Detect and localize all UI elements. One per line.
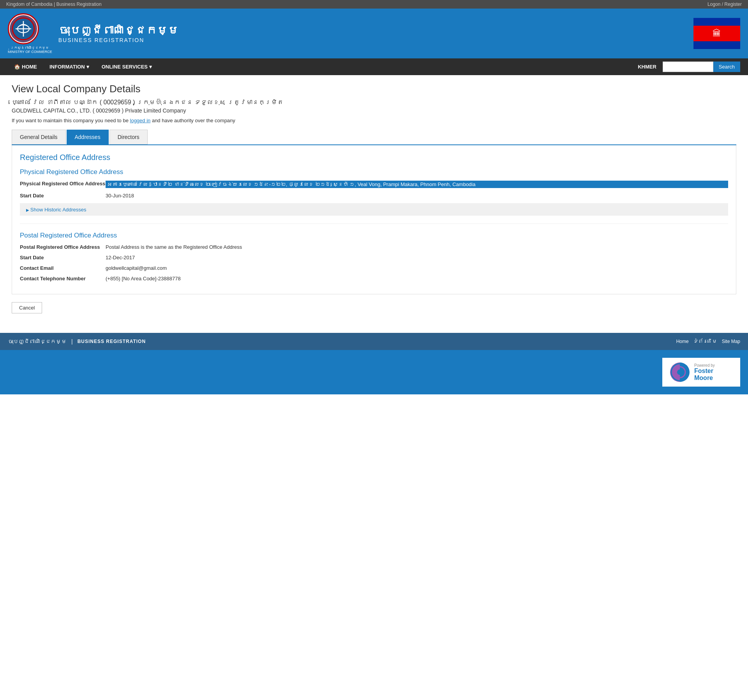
header-title: ចុះបញ្ជីពាណិជ្ជកម្ម BUSINESS REGISTRATIO… — [58, 24, 179, 43]
cambodia-flag: 🏛 — [693, 18, 740, 49]
nav-online-services[interactable]: ONLINE SERVICES ▾ — [95, 58, 158, 75]
eng-title: BUSINESS REGISTRATION — [58, 37, 179, 43]
logo-area: ក្រសួងពាណិជ្ជកម្ម MINISTRY OF COMMERCE — [8, 13, 52, 54]
search-input[interactable] — [663, 62, 713, 72]
logo-circle — [8, 13, 39, 44]
header-left: ក្រសួងពាណិជ្ជកម្ម MINISTRY OF COMMERCE ច… — [8, 13, 179, 54]
postal-address-label: Postal Registered Office Address — [20, 244, 106, 250]
search-button[interactable]: Search — [713, 62, 740, 72]
foster-moore-name: FosterMoore — [694, 368, 715, 382]
contact-phone-row: Contact Telephone Number (+855) [No Area… — [20, 276, 728, 281]
flag-center: 🏛 — [713, 28, 721, 39]
start-date-value: 30-Jun-2018 — [106, 193, 728, 199]
chevron-down-icon-2: ▾ — [149, 64, 152, 70]
tab-general-details[interactable]: General Details — [12, 130, 66, 144]
nav-home[interactable]: 🏠 HOME — [8, 58, 43, 75]
page-title: View Local Company Details — [12, 83, 736, 95]
postal-start-date-value: 12-Dec-2017 — [106, 255, 728, 260]
logged-in-link[interactable]: logged in — [130, 118, 151, 123]
foster-moore-logo — [670, 362, 690, 382]
login-link[interactable]: Logon / Register — [707, 2, 742, 7]
foster-moore-text: Powered by FosterMoore — [694, 363, 715, 382]
header: ក្រសួងពាណិជ្ជកម្ម MINISTRY OF COMMERCE ច… — [0, 9, 748, 58]
foster-moore-box: Powered by FosterMoore — [662, 358, 740, 387]
chevron-down-icon: ▾ — [86, 64, 89, 70]
company-khmer: ហ្គោល​ វែល​ ខាពីតាល បណ្ដាក ( 00029659 ) … — [12, 99, 736, 106]
postal-start-date-label: Start Date — [20, 255, 106, 260]
postal-start-date-row: Start Date 12-Dec-2017 — [20, 255, 728, 260]
footer-sitemap-link[interactable]: Site Map — [722, 339, 740, 344]
nav-information[interactable]: INFORMATION ▾ — [43, 58, 95, 75]
ministry-text: ក្រសួងពាណិជ្ជកម្ម MINISTRY OF COMMERCE — [8, 46, 52, 54]
foster-moore-section: Powered by FosterMoore — [0, 350, 748, 394]
historic-toggle[interactable]: Show Historic Addresses — [20, 203, 728, 216]
tab-directors[interactable]: Directors — [109, 130, 148, 144]
tab-addresses[interactable]: Addresses — [67, 130, 109, 144]
logo-inner — [10, 15, 37, 42]
footer-left: ចុះបញ្ជីពាណិជ្ជកម្ម | BUSINESS REGISTRAT… — [8, 338, 146, 345]
start-date-row: Start Date 30-Jun-2018 — [20, 193, 728, 199]
footer-khmer: ចុះបញ្ជីពាណិជ្ជកម្ម — [8, 338, 67, 345]
postal-section-title: Postal Registered Office Address — [20, 232, 728, 239]
contact-email-row: Contact Email goldwellcapital@gmail.com — [20, 265, 728, 271]
addresses-panel: Registered Office Address Physical Regis… — [12, 145, 736, 294]
khmer-title: ចុះបញ្ជីពាណិជ្ជកម្ម — [58, 24, 179, 37]
postal-address-row: Postal Registered Office Address Postal … — [20, 244, 728, 250]
footer-main: ចុះបញ្ជីពាណិជ្ជកម្ម | BUSINESS REGISTRAT… — [0, 333, 748, 350]
contact-email-label: Contact Email — [20, 265, 106, 271]
registered-office-title: Registered Office Address — [20, 153, 728, 162]
svg-point-4 — [677, 369, 683, 375]
physical-section-title: Physical Registered Office Address — [20, 168, 728, 176]
physical-address-value: អគារហ្គោលវែលដ្ឋានទី២ ជាន់ទី៣លេខ ២ កៀវចង់… — [106, 181, 728, 188]
postal-address-value: Postal Address is the same as the Regist… — [106, 244, 728, 250]
footer-khmer-link[interactable]: ទំព័រដើម — [693, 339, 717, 344]
footer-links: Home ទំព័រដើម Site Map — [676, 339, 740, 344]
tabs: General Details Addresses Directors — [12, 130, 736, 145]
top-bar: Kingdom of Cambodia | Business Registrat… — [0, 0, 748, 9]
main-content: View Local Company Details ហ្គោល​ វែល​ ខ… — [0, 75, 748, 321]
start-date-label: Start Date — [20, 193, 106, 199]
powered-by-label: Powered by — [694, 363, 715, 368]
section-divider — [20, 223, 728, 224]
top-bar-title: Kingdom of Cambodia | Business Registrat… — [6, 2, 102, 7]
footer-divider: | — [71, 338, 73, 345]
home-icon: 🏠 — [14, 64, 20, 70]
physical-address-label: Physical Registered Office Address — [20, 181, 106, 186]
contact-email-value: goldwellcapital@gmail.com — [106, 265, 728, 271]
contact-phone-value: (+855) [No Area Code]-23888778 — [106, 276, 728, 281]
navigation: 🏠 HOME INFORMATION ▾ ONLINE SERVICES ▾ K… — [0, 58, 748, 75]
nav-khmer[interactable]: KHMER — [632, 58, 663, 75]
company-eng: GOLDWELL CAPITAL CO., LTD. ( 00029659 ) … — [12, 107, 736, 114]
physical-address-row: Physical Registered Office Address អគារហ… — [20, 181, 728, 188]
footer-home-link[interactable]: Home — [676, 339, 689, 344]
show-historic-link[interactable]: Show Historic Addresses — [26, 207, 86, 213]
cancel-button[interactable]: Cancel — [12, 302, 42, 313]
search-area: Search — [663, 62, 740, 72]
auth-note: If you want to maintain this company you… — [12, 118, 736, 123]
contact-phone-label: Contact Telephone Number — [20, 276, 106, 281]
footer-eng: BUSINESS REGISTRATION — [78, 339, 146, 344]
